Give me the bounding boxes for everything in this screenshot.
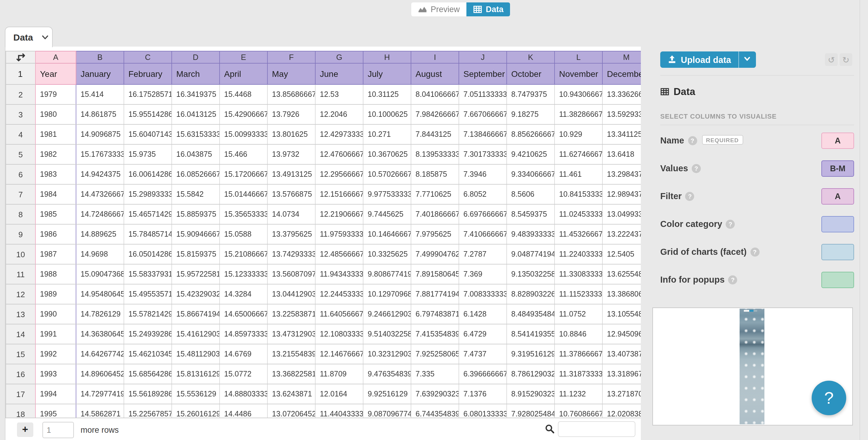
table-cell[interactable]: 1981 — [35, 124, 76, 144]
table-cell[interactable]: 7.8443125 — [411, 124, 459, 144]
table-cell[interactable]: 16.17528571 — [124, 84, 172, 104]
table-cell[interactable]: 13.4073871 — [602, 344, 641, 364]
table-cell[interactable]: 15.21086667 — [220, 244, 268, 264]
table-cell[interactable]: 9.808677419 — [363, 264, 411, 284]
row-number[interactable]: 1 — [6, 63, 35, 84]
table-cell[interactable]: 12.21906667 — [315, 204, 363, 224]
help-button[interactable]: ? — [812, 381, 846, 415]
table-cell[interactable]: 14.9698 — [76, 244, 124, 264]
table-cell[interactable]: 6.697666667 — [459, 204, 507, 224]
table-cell[interactable]: 10.14646667 — [363, 224, 411, 244]
header-cell[interactable]: April — [220, 63, 268, 84]
column-letter-header[interactable]: F — [268, 51, 315, 63]
table-cell[interactable]: 11.1232 — [555, 384, 602, 404]
table-cell[interactable]: 13.38680645 — [602, 284, 641, 304]
table-cell[interactable]: 10.94306667 — [555, 84, 602, 104]
row-number[interactable]: 4 — [6, 124, 35, 144]
table-cell[interactable]: 7.3946 — [459, 164, 507, 184]
table-cell[interactable]: 9.135032258 — [507, 264, 555, 284]
table-cell[interactable]: 12.5405 — [602, 244, 641, 264]
row-number[interactable]: 5 — [6, 144, 35, 164]
table-cell[interactable]: 15.9735 — [124, 144, 172, 164]
row-number[interactable]: 7 — [6, 184, 35, 204]
table-cell[interactable]: 14.861875 — [76, 104, 124, 124]
table-cell[interactable]: 7.410666667 — [459, 224, 507, 244]
undo-button[interactable]: ↺ — [825, 53, 838, 66]
table-cell[interactable]: 15.58337931 — [124, 264, 172, 284]
help-tooltip-icon[interactable]: ? — [726, 220, 735, 229]
table-cell[interactable]: 7.667066667 — [459, 104, 507, 124]
table-cell[interactable]: 15.29893333 — [124, 184, 172, 204]
help-tooltip-icon[interactable]: ? — [750, 247, 759, 257]
table-cell[interactable]: 15.95722581 — [172, 264, 220, 284]
table-cell[interactable]: 13.56087097 — [268, 264, 315, 284]
column-letter-header[interactable]: B — [76, 51, 124, 63]
help-tooltip-icon[interactable]: ? — [692, 164, 701, 173]
table-cell[interactable]: 13.36822581 — [268, 364, 315, 384]
table-cell[interactable]: 15.56189286 — [124, 384, 172, 404]
table-cell[interactable]: 10.31125 — [363, 84, 411, 104]
table-cell[interactable]: 8.5606 — [507, 184, 555, 204]
table-cell[interactable]: 14.6769 — [220, 344, 268, 364]
tab-preview[interactable]: Preview — [411, 2, 466, 16]
table-cell[interactable]: 15.57821429 — [124, 304, 172, 324]
table-cell[interactable]: 13.59293333 — [602, 104, 641, 124]
table-cell[interactable]: 12.2046 — [315, 104, 363, 124]
table-cell[interactable]: 15.26016129 — [172, 404, 220, 417]
table-cell[interactable]: 9.246612903 — [363, 304, 411, 324]
table-cell[interactable]: 15.24939286 — [124, 324, 172, 344]
table-cell[interactable]: 13.2224375 — [602, 224, 641, 244]
table-cell[interactable]: 7.138466667 — [459, 124, 507, 144]
table-cell[interactable]: 13.2984375 — [602, 164, 641, 184]
table-cell[interactable]: 14.95480645 — [76, 284, 124, 304]
table-cell[interactable]: 8.7479375 — [507, 84, 555, 104]
table-cell[interactable]: 13.10554839 — [602, 304, 641, 324]
table-cell[interactable]: 6.744354839 — [411, 404, 459, 417]
column-letter-header[interactable]: C — [124, 51, 172, 63]
row-number[interactable]: 6 — [6, 164, 35, 184]
table-cell[interactable]: 6.8052 — [459, 184, 507, 204]
help-tooltip-icon[interactable]: ? — [685, 192, 694, 201]
table-cell[interactable]: 14.9096875 — [76, 124, 124, 144]
table-cell[interactable]: 11.62746667 — [555, 144, 602, 164]
table-cell[interactable]: 7.2787 — [459, 244, 507, 264]
table-cell[interactable]: 10.1000625 — [363, 104, 411, 124]
table-cell[interactable]: 1990 — [35, 304, 76, 324]
table-cell[interactable]: 1979 — [35, 84, 76, 104]
table-cell[interactable]: 14.36380645 — [76, 324, 124, 344]
table-cell[interactable]: 7.401866667 — [411, 204, 459, 224]
table-cell[interactable]: 9.4210625 — [507, 144, 555, 164]
table-cell[interactable]: 13.21554839 — [268, 344, 315, 364]
table-cell[interactable]: 13.4913125 — [268, 164, 315, 184]
row-number[interactable]: 16 — [6, 364, 35, 384]
table-cell[interactable]: 13.801625 — [268, 124, 315, 144]
table-cell[interactable]: 9.18275 — [507, 104, 555, 124]
column-letter-header[interactable]: H — [363, 51, 411, 63]
table-cell[interactable]: 15.5536129 — [172, 384, 220, 404]
table-cell[interactable]: 12.02083871 — [602, 404, 641, 417]
table-cell[interactable]: 6.396666667 — [459, 364, 507, 384]
table-cell[interactable]: 13.27187097 — [602, 384, 641, 404]
table-cell[interactable]: 13.33626667 — [602, 84, 641, 104]
table-cell[interactable]: 1994 — [35, 384, 76, 404]
column-letter-header[interactable]: A — [35, 51, 76, 63]
table-cell[interactable]: 14.72977419 — [76, 384, 124, 404]
column-letter-header[interactable]: J — [459, 51, 507, 63]
table-cell[interactable]: 8.856266667 — [507, 124, 555, 144]
redo-button[interactable]: ↻ — [840, 53, 852, 66]
table-cell[interactable]: 15.17673333 — [76, 144, 124, 164]
row-number[interactable]: 8 — [6, 204, 35, 224]
sheet-tab-data[interactable]: Data — [5, 27, 53, 47]
table-cell[interactable]: 7.4737 — [459, 344, 507, 364]
table-cell[interactable]: 9.483933333 — [507, 224, 555, 244]
column-selector-color-category[interactable] — [822, 216, 854, 232]
table-cell[interactable]: 13.22583871 — [268, 304, 315, 324]
table-cell[interactable]: 15.46571429 — [124, 204, 172, 224]
column-selector-filter[interactable]: A — [822, 188, 854, 205]
table-cell[interactable]: 9.319516129 — [507, 344, 555, 364]
row-number[interactable]: 15 — [6, 344, 35, 364]
column-letter-header[interactable]: G — [315, 51, 363, 63]
table-cell[interactable]: 12.47606667 — [315, 144, 363, 164]
table-cell[interactable]: 8.139533333 — [411, 144, 459, 164]
row-number[interactable]: 9 — [6, 224, 35, 244]
